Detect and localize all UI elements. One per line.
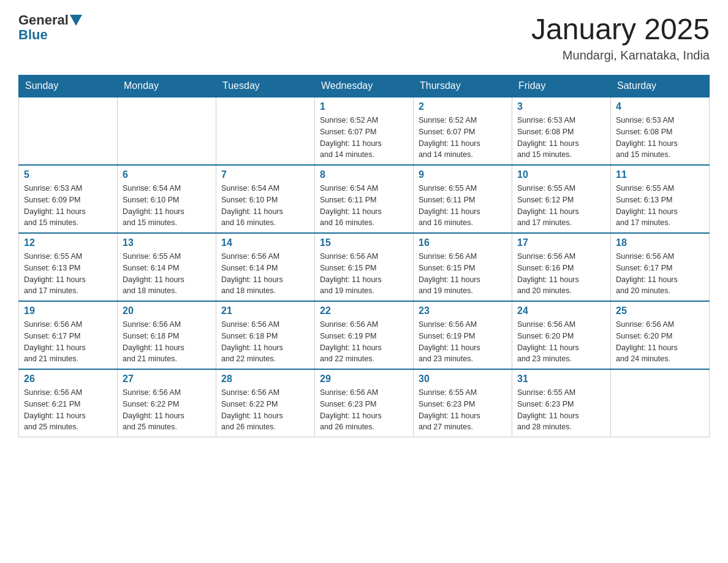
day-info: Sunrise: 6:56 AMSunset: 6:21 PMDaylight:… [24,387,112,433]
calendar-cell: 1Sunrise: 6:52 AMSunset: 6:07 PMDaylight… [315,97,414,165]
day-info: Sunrise: 6:54 AMSunset: 6:11 PMDaylight:… [320,183,408,229]
day-number: 28 [221,373,309,385]
calendar-cell [19,97,118,165]
day-info: Sunrise: 6:53 AMSunset: 6:08 PMDaylight:… [616,115,704,161]
day-number: 21 [221,305,309,316]
day-number: 6 [123,169,211,180]
day-number: 2 [419,101,507,112]
calendar-cell: 9Sunrise: 6:55 AMSunset: 6:11 PMDaylight… [414,165,512,233]
day-info: Sunrise: 6:54 AMSunset: 6:10 PMDaylight:… [221,183,309,229]
day-number: 17 [517,237,605,248]
calendar-header-row: SundayMondayTuesdayWednesdayThursdayFrid… [19,75,710,98]
calendar-cell: 22Sunrise: 6:56 AMSunset: 6:19 PMDayligh… [315,301,414,369]
day-info: Sunrise: 6:56 AMSunset: 6:19 PMDaylight:… [320,319,408,365]
day-number: 18 [616,237,704,248]
day-info: Sunrise: 6:55 AMSunset: 6:11 PMDaylight:… [419,183,507,229]
calendar-cell: 28Sunrise: 6:56 AMSunset: 6:22 PMDayligh… [216,369,315,437]
title-section: January 2025 Mundargi, Karnataka, India [531,12,710,63]
calendar-cell [216,97,315,165]
day-number: 27 [123,373,211,385]
day-info: Sunrise: 6:56 AMSunset: 6:22 PMDaylight:… [221,387,309,433]
calendar-cell: 14Sunrise: 6:56 AMSunset: 6:14 PMDayligh… [216,233,315,301]
day-info: Sunrise: 6:56 AMSunset: 6:22 PMDaylight:… [123,387,211,433]
calendar-cell: 18Sunrise: 6:56 AMSunset: 6:17 PMDayligh… [611,233,710,301]
calendar-table: SundayMondayTuesdayWednesdayThursdayFrid… [18,75,710,437]
logo-blue-text: Blue [18,27,48,43]
calendar-cell: 26Sunrise: 6:56 AMSunset: 6:21 PMDayligh… [19,369,118,437]
day-number: 26 [24,373,112,385]
day-info: Sunrise: 6:56 AMSunset: 6:18 PMDaylight:… [123,319,211,365]
month-title: January 2025 [531,12,710,46]
day-number: 22 [320,305,408,316]
calendar-cell: 2Sunrise: 6:52 AMSunset: 6:07 PMDaylight… [414,97,512,165]
calendar-week-row: 26Sunrise: 6:56 AMSunset: 6:21 PMDayligh… [19,369,710,437]
day-number: 1 [320,101,408,112]
calendar-cell: 15Sunrise: 6:56 AMSunset: 6:15 PMDayligh… [315,233,414,301]
day-info: Sunrise: 6:56 AMSunset: 6:15 PMDaylight:… [419,251,507,297]
calendar-cell: 23Sunrise: 6:56 AMSunset: 6:19 PMDayligh… [414,301,512,369]
calendar-cell: 29Sunrise: 6:56 AMSunset: 6:23 PMDayligh… [315,369,414,437]
day-info: Sunrise: 6:52 AMSunset: 6:07 PMDaylight:… [320,115,408,161]
calendar-cell: 21Sunrise: 6:56 AMSunset: 6:18 PMDayligh… [216,301,315,369]
day-info: Sunrise: 6:52 AMSunset: 6:07 PMDaylight:… [419,115,507,161]
calendar-cell: 20Sunrise: 6:56 AMSunset: 6:18 PMDayligh… [118,301,216,369]
calendar-cell: 16Sunrise: 6:56 AMSunset: 6:15 PMDayligh… [414,233,512,301]
calendar-cell: 25Sunrise: 6:56 AMSunset: 6:20 PMDayligh… [611,301,710,369]
day-number: 9 [419,169,507,180]
logo-general-text: General [18,12,69,28]
day-info: Sunrise: 6:53 AMSunset: 6:09 PMDaylight:… [24,183,112,229]
day-number: 14 [221,237,309,248]
day-number: 12 [24,237,112,248]
calendar-cell: 3Sunrise: 6:53 AMSunset: 6:08 PMDaylight… [512,97,611,165]
day-number: 13 [123,237,211,248]
calendar-cell: 19Sunrise: 6:56 AMSunset: 6:17 PMDayligh… [19,301,118,369]
day-of-week-header: Sunday [19,75,118,98]
calendar-cell [118,97,216,165]
calendar-week-row: 12Sunrise: 6:55 AMSunset: 6:13 PMDayligh… [19,233,710,301]
day-number: 16 [419,237,507,248]
calendar-cell: 5Sunrise: 6:53 AMSunset: 6:09 PMDaylight… [19,165,118,233]
calendar-cell: 8Sunrise: 6:54 AMSunset: 6:11 PMDaylight… [315,165,414,233]
day-number: 29 [320,373,408,385]
day-number: 10 [517,169,605,180]
logo: General Blue [18,12,83,43]
calendar-cell: 12Sunrise: 6:55 AMSunset: 6:13 PMDayligh… [19,233,118,301]
day-number: 3 [517,101,605,112]
day-of-week-header: Monday [118,75,216,98]
day-of-week-header: Saturday [611,75,710,98]
day-of-week-header: Friday [512,75,611,98]
day-of-week-header: Wednesday [315,75,414,98]
day-info: Sunrise: 6:54 AMSunset: 6:10 PMDaylight:… [123,183,211,229]
day-info: Sunrise: 6:55 AMSunset: 6:12 PMDaylight:… [517,183,605,229]
day-number: 7 [221,169,309,180]
day-number: 25 [616,305,704,316]
calendar-week-row: 5Sunrise: 6:53 AMSunset: 6:09 PMDaylight… [19,165,710,233]
calendar-week-row: 1Sunrise: 6:52 AMSunset: 6:07 PMDaylight… [19,97,710,165]
day-info: Sunrise: 6:56 AMSunset: 6:20 PMDaylight:… [616,319,704,365]
day-info: Sunrise: 6:55 AMSunset: 6:13 PMDaylight:… [616,183,704,229]
day-info: Sunrise: 6:56 AMSunset: 6:23 PMDaylight:… [320,387,408,433]
day-info: Sunrise: 6:55 AMSunset: 6:13 PMDaylight:… [24,251,112,297]
day-number: 31 [517,373,605,385]
day-info: Sunrise: 6:56 AMSunset: 6:17 PMDaylight:… [24,319,112,365]
page-header: General Blue January 2025 Mundargi, Karn… [18,12,710,63]
calendar-cell: 30Sunrise: 6:55 AMSunset: 6:23 PMDayligh… [414,369,512,437]
day-info: Sunrise: 6:55 AMSunset: 6:23 PMDaylight:… [419,387,507,433]
day-info: Sunrise: 6:53 AMSunset: 6:08 PMDaylight:… [517,115,605,161]
day-info: Sunrise: 6:56 AMSunset: 6:17 PMDaylight:… [616,251,704,297]
calendar-cell: 13Sunrise: 6:55 AMSunset: 6:14 PMDayligh… [118,233,216,301]
day-number: 5 [24,169,112,180]
day-number: 30 [419,373,507,385]
calendar-cell: 11Sunrise: 6:55 AMSunset: 6:13 PMDayligh… [611,165,710,233]
day-number: 11 [616,169,704,180]
day-info: Sunrise: 6:56 AMSunset: 6:15 PMDaylight:… [320,251,408,297]
day-info: Sunrise: 6:56 AMSunset: 6:19 PMDaylight:… [419,319,507,365]
calendar-week-row: 19Sunrise: 6:56 AMSunset: 6:17 PMDayligh… [19,301,710,369]
day-info: Sunrise: 6:56 AMSunset: 6:16 PMDaylight:… [517,251,605,297]
calendar-cell: 27Sunrise: 6:56 AMSunset: 6:22 PMDayligh… [118,369,216,437]
calendar-cell: 24Sunrise: 6:56 AMSunset: 6:20 PMDayligh… [512,301,611,369]
calendar-cell: 17Sunrise: 6:56 AMSunset: 6:16 PMDayligh… [512,233,611,301]
calendar-cell: 7Sunrise: 6:54 AMSunset: 6:10 PMDaylight… [216,165,315,233]
calendar-cell: 31Sunrise: 6:55 AMSunset: 6:23 PMDayligh… [512,369,611,437]
calendar-cell: 10Sunrise: 6:55 AMSunset: 6:12 PMDayligh… [512,165,611,233]
